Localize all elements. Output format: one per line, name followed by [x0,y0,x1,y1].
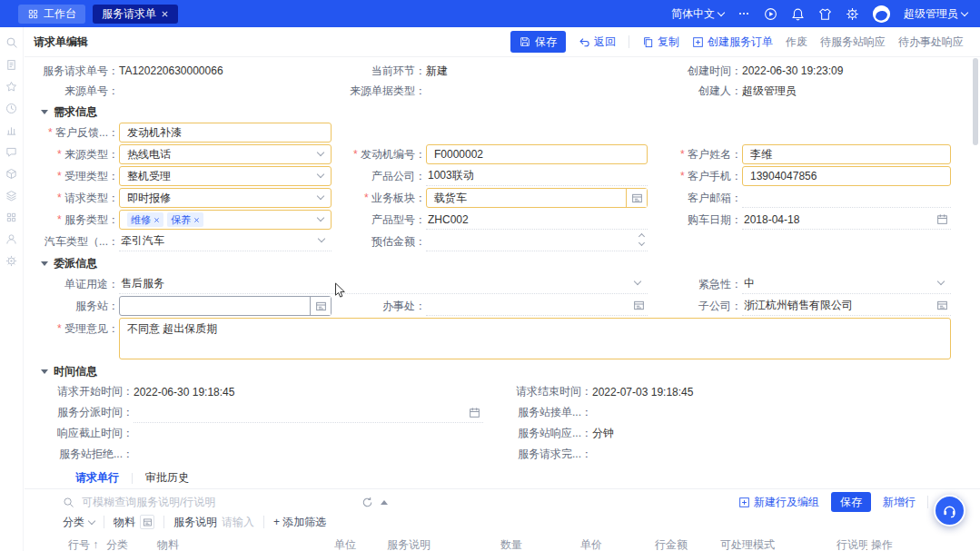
scrollbar-thumb[interactable] [973,58,978,145]
sidebar-clock-icon[interactable] [5,103,17,114]
customer-email-field[interactable] [742,188,951,208]
customer-phone-input[interactable] [742,166,951,186]
service-station-field[interactable] [119,296,332,316]
user-menu[interactable]: 超级管理员 [904,6,967,22]
workbench-icon [27,8,39,20]
engine-no-input[interactable] [426,144,648,164]
sidebar-cube-icon[interactable] [5,168,17,180]
sidebar-gear-icon[interactable] [5,255,17,267]
request-type-select[interactable]: 即时报修 [119,188,332,208]
sidebar-layers-icon[interactable] [5,190,17,202]
section-time-info[interactable]: 时间信息 [41,362,965,380]
calendar-icon[interactable] [469,407,480,418]
copy-icon [642,36,654,48]
save-button-label: 保存 [535,34,557,50]
section-request-info[interactable]: 需求信息 [41,103,965,121]
vehicle-type-select[interactable]: 牵引汽车 [119,231,332,251]
tag-close-icon[interactable] [153,217,160,223]
purchase-date-field[interactable]: 2018-04-18 [742,210,951,230]
create-service-order-label: 创建服务订单 [708,34,773,50]
tag-repair: 维修 [127,212,163,227]
create-service-order-button[interactable]: 创建服务订单 [692,34,773,50]
dispatch-time-field[interactable] [134,403,483,423]
business-segment-field[interactable]: 载货车 [426,188,648,208]
divider [927,496,928,508]
calendar-icon[interactable] [936,213,948,225]
start-time-value: 2022-06-30 19:18:45 [134,386,234,398]
bell-icon[interactable] [791,7,805,21]
chevron-down-icon [318,235,325,242]
sidebar-user-icon[interactable] [5,233,17,245]
number-spinner[interactable] [639,234,644,245]
play-circle-icon[interactable] [764,7,777,21]
lookup-button[interactable] [626,189,647,207]
chevron-down-icon [317,149,324,156]
page-header: 请求单编辑 保存 返回 复制 创建服务订单 作废 待服务站响应 待办事处响应 [25,27,980,57]
lookup-icon[interactable] [936,300,948,311]
language-select[interactable]: 简体中文 [671,6,724,22]
opinion-textarea[interactable]: 不同意 超出保质期 [119,318,951,359]
accept-type-select[interactable]: 整机受理 [119,166,332,186]
detail-search-input[interactable] [82,496,354,508]
tab-approval-history[interactable]: 审批历史 [133,467,202,488]
source-doc-type-label: 来源单据类型 [346,84,426,99]
section-dispatch-info[interactable]: 委派信息 [41,254,965,272]
response-deadline-label: 响应截止时间 [39,426,134,441]
divider [163,516,164,528]
save-button[interactable]: 保存 [510,31,566,53]
col-line-no[interactable]: 行号 ↑ [52,537,103,551]
customer-feedback-input[interactable] [119,123,332,143]
tab-workbench[interactable]: 工作台 [18,5,85,24]
pending-station-button[interactable]: 待服务站响应 [820,34,886,50]
station-accept-label: 服务站接单... [498,405,592,420]
tab-service-request[interactable]: 服务请求单 [93,5,178,24]
service-desc-filter[interactable]: 服务说明请输入 [173,515,254,530]
search-icon[interactable] [5,36,18,49]
section-request-title: 需求信息 [54,104,97,120]
sidebar-bubble-icon[interactable] [5,146,17,158]
sidebar-star-icon[interactable] [5,81,17,93]
add-filter-button[interactable]: + 添加筛选 [273,515,326,530]
settings-gear-icon[interactable] [846,7,859,21]
detail-tabs: 请求单行 审批历史 [25,467,980,489]
tab-request-lines[interactable]: 请求单行 [63,467,132,488]
collapse-triangle-icon [41,369,48,374]
new-row-group-button[interactable]: 新建行及编组 [738,495,819,510]
category-filter[interactable]: 分类 [63,515,94,530]
office-field[interactable] [426,296,648,316]
source-type-select[interactable]: 热线电话 [119,144,332,164]
service-type-multiselect[interactable]: 维修 保养 [119,210,332,230]
stage-value: 新建 [426,64,448,79]
detail-save-button[interactable]: 保存 [831,492,871,512]
new-row-button[interactable]: 新增行 [883,495,916,510]
copy-button[interactable]: 复制 [642,34,679,50]
refresh-icon[interactable] [361,497,373,508]
sidebar-chart-icon[interactable] [5,124,17,136]
sidebar-doc-icon[interactable] [5,59,17,71]
sidebar-grid-icon[interactable] [5,212,17,223]
more-icon[interactable] [737,7,750,20]
urgency-select[interactable]: 中 [742,274,951,294]
tag-maintenance: 保养 [167,212,203,227]
doc-purpose-select[interactable]: 售后服务 [119,274,648,294]
material-filter[interactable]: 物料 [114,515,154,530]
close-icon[interactable] [161,10,169,18]
lookup-icon[interactable] [633,300,645,311]
pending-office-button[interactable]: 待办事处响应 [898,34,964,50]
customer-name-input[interactable] [742,144,951,164]
tag-close-icon[interactable] [193,217,200,223]
estimated-amount-field[interactable] [426,231,648,251]
lookup-icon[interactable] [140,515,154,529]
lookup-button[interactable] [310,297,331,315]
back-button[interactable]: 返回 [579,34,616,50]
avatar[interactable] [873,5,890,23]
collapse-up-icon[interactable] [381,500,388,505]
void-button[interactable]: 作废 [786,34,807,50]
vertical-scrollbar[interactable] [972,33,979,548]
chat-support-button[interactable] [934,495,965,526]
subsidiary-field[interactable]: 浙江杭州销售有限公司 [742,296,951,316]
col-actions: 操作 [867,537,971,551]
table-header: 行号 ↑ 分类 物料 单位 服务说明 数量 单价 行金额 可处理模式 行说明 操… [52,536,971,551]
col-price: 单价 [577,537,651,551]
shirt-icon[interactable] [818,7,832,21]
